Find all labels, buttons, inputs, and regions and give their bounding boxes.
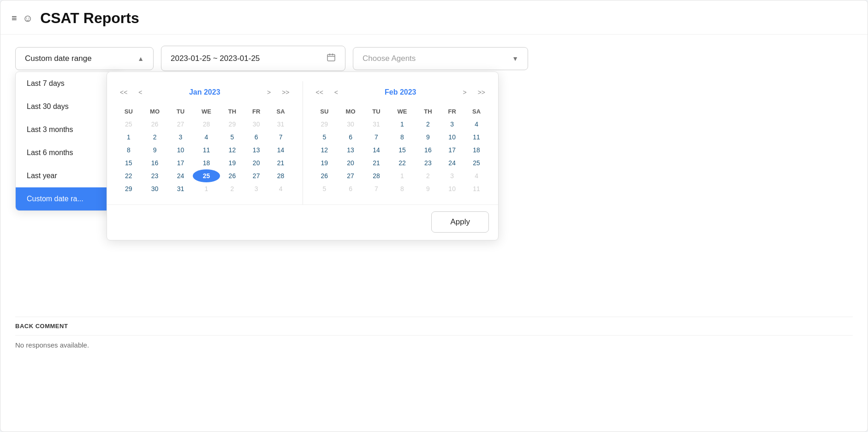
jan-prev-year-btn[interactable]: << [116,87,131,98]
feb-day-18[interactable]: 18 [464,144,489,156]
dropdown-item-last-year[interactable]: Last year [16,164,121,187]
feb-day-17[interactable]: 17 [440,144,464,156]
feb-day-15[interactable]: 15 [388,144,416,156]
feb-day-29-prev[interactable]: 29 [312,118,337,131]
feb-day-9[interactable]: 9 [416,131,440,144]
feb-day-25[interactable]: 25 [464,156,489,169]
feb-day-24[interactable]: 24 [440,156,464,169]
jan-day-5[interactable]: 5 [220,131,244,144]
jan-day-2-next[interactable]: 2 [220,182,244,195]
jan-day-30[interactable]: 30 [141,182,169,195]
jan-day-19[interactable]: 19 [220,156,244,169]
jan-day-6[interactable]: 6 [244,131,268,144]
feb-next-year-btn[interactable]: >> [474,87,489,98]
jan-day-17[interactable]: 17 [168,156,192,169]
feb-day-7-next[interactable]: 7 [364,182,388,195]
jan-day-4[interactable]: 4 [193,131,220,144]
jan-day-11[interactable]: 11 [193,144,220,156]
jan-day-14[interactable]: 14 [268,144,293,156]
jan-day-30-prev[interactable]: 30 [244,118,268,131]
jan-day-3[interactable]: 3 [168,131,192,144]
jan-day-2[interactable]: 2 [141,131,169,144]
jan-day-22[interactable]: 22 [116,169,141,182]
jan-day-10[interactable]: 10 [168,144,192,156]
feb-day-7[interactable]: 7 [364,131,388,144]
feb-day-10[interactable]: 10 [440,131,464,144]
feb-day-20[interactable]: 20 [337,156,364,169]
feb-day-2-next[interactable]: 2 [416,169,440,182]
jan-day-3-next[interactable]: 3 [244,182,268,195]
dropdown-item-custom[interactable]: Custom date ra... [16,187,121,210]
feb-day-8-next[interactable]: 8 [388,182,416,195]
feb-day-10-next[interactable]: 10 [440,182,464,195]
jan-day-15[interactable]: 15 [116,156,141,169]
jan-next-month-btn[interactable]: > [263,87,274,98]
feb-prev-month-btn[interactable]: < [331,87,342,98]
jan-day-24[interactable]: 24 [168,169,192,182]
dropdown-item-last7[interactable]: Last 7 days [16,72,121,95]
jan-day-31[interactable]: 31 [168,182,192,195]
menu-icon[interactable]: ≡ [12,13,17,24]
jan-prev-month-btn[interactable]: < [135,87,146,98]
jan-day-18[interactable]: 18 [193,156,220,169]
jan-day-29[interactable]: 29 [116,182,141,195]
feb-day-11-next[interactable]: 11 [464,182,489,195]
feb-day-4-next[interactable]: 4 [464,169,489,182]
feb-day-14[interactable]: 14 [364,144,388,156]
jan-day-27[interactable]: 27 [244,169,268,182]
jan-day-28-prev[interactable]: 28 [193,118,220,131]
date-range-selector[interactable]: Custom date range ▲ [15,47,154,70]
feb-day-3[interactable]: 3 [440,118,464,131]
jan-day-21[interactable]: 21 [268,156,293,169]
feb-prev-year-btn[interactable]: << [312,87,327,98]
feb-day-4[interactable]: 4 [464,118,489,131]
jan-day-13[interactable]: 13 [244,144,268,156]
feb-day-1[interactable]: 1 [388,118,416,131]
feb-day-28[interactable]: 28 [364,169,388,182]
feb-day-6-next[interactable]: 6 [337,182,364,195]
jan-day-23[interactable]: 23 [141,169,169,182]
jan-day-20[interactable]: 20 [244,156,268,169]
feb-day-21[interactable]: 21 [364,156,388,169]
feb-day-31-prev[interactable]: 31 [364,118,388,131]
jan-day-7[interactable]: 7 [268,131,293,144]
feb-day-5-next[interactable]: 5 [312,182,337,195]
jan-day-12[interactable]: 12 [220,144,244,156]
jan-next-year-btn[interactable]: >> [278,87,293,98]
jan-day-26-prev[interactable]: 26 [141,118,169,131]
feb-day-1-next[interactable]: 1 [388,169,416,182]
feb-day-16[interactable]: 16 [416,144,440,156]
agents-selector[interactable]: Choose Agents ▼ [353,47,528,70]
feb-next-month-btn[interactable]: > [459,87,470,98]
feb-day-2[interactable]: 2 [416,118,440,131]
dropdown-item-last6m[interactable]: Last 6 months [16,141,121,164]
jan-day-8[interactable]: 8 [116,144,141,156]
jan-day-4-next[interactable]: 4 [268,182,293,195]
jan-day-27-prev[interactable]: 27 [168,118,192,131]
jan-day-26[interactable]: 26 [220,169,244,182]
feb-day-8[interactable]: 8 [388,131,416,144]
feb-day-27[interactable]: 27 [337,169,364,182]
feb-day-22[interactable]: 22 [388,156,416,169]
feb-day-26[interactable]: 26 [312,169,337,182]
feb-day-6[interactable]: 6 [337,131,364,144]
feb-day-23[interactable]: 23 [416,156,440,169]
dropdown-item-last30[interactable]: Last 30 days [16,95,121,118]
jan-day-25[interactable]: 25 [193,169,220,182]
feb-day-30-prev[interactable]: 30 [337,118,364,131]
jan-day-29-prev[interactable]: 29 [220,118,244,131]
feb-day-19[interactable]: 19 [312,156,337,169]
jan-day-28[interactable]: 28 [268,169,293,182]
dropdown-item-last3m[interactable]: Last 3 months [16,118,121,141]
feb-day-11[interactable]: 11 [464,131,489,144]
feb-day-13[interactable]: 13 [337,144,364,156]
apply-button[interactable]: Apply [431,211,489,233]
jan-day-25-prev[interactable]: 25 [116,118,141,131]
jan-day-1-next[interactable]: 1 [193,182,220,195]
date-display[interactable]: 2023-01-25 ~ 2023-01-25 [161,46,345,71]
jan-day-1[interactable]: 1 [116,131,141,144]
jan-day-31-prev[interactable]: 31 [268,118,293,131]
feb-day-12[interactable]: 12 [312,144,337,156]
jan-day-16[interactable]: 16 [141,156,169,169]
jan-day-9[interactable]: 9 [141,144,169,156]
